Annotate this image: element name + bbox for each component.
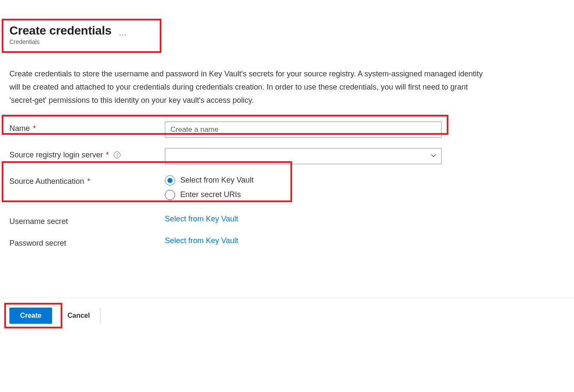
- description-text: Create credentials to store the username…: [9, 67, 488, 107]
- source-auth-label: Source Authentication *: [9, 174, 165, 186]
- credentials-form: Name * Source registry login server * i: [9, 122, 565, 248]
- password-secret-link[interactable]: Select from Key Vault: [165, 235, 238, 245]
- username-secret-row: Username secret Select from Key Vault: [9, 215, 565, 226]
- source-registry-row: Source registry login server * i: [9, 148, 565, 164]
- password-secret-row: Password secret Select from Key Vault: [9, 236, 565, 248]
- page-title: Create credentials: [9, 24, 111, 38]
- radio-checked-icon: [165, 175, 175, 186]
- name-input[interactable]: [165, 122, 442, 138]
- footer-bar: Create Cancel: [0, 298, 574, 333]
- source-auth-radio-group: Select from Key Vault Enter secret URIs: [165, 174, 442, 200]
- source-registry-input[interactable]: [165, 148, 442, 164]
- required-indicator: *: [31, 124, 36, 133]
- create-button[interactable]: Create: [9, 308, 52, 324]
- username-secret-label: Username secret: [9, 215, 165, 226]
- source-registry-label: Source registry login server * i: [9, 148, 165, 160]
- name-row: Name *: [9, 122, 565, 138]
- name-label: Name *: [9, 122, 165, 133]
- username-secret-link[interactable]: Select from Key Vault: [165, 214, 238, 223]
- info-icon[interactable]: i: [114, 151, 120, 158]
- required-indicator: *: [85, 177, 90, 186]
- radio-enter-secret-uris[interactable]: Enter secret URIs: [165, 190, 442, 200]
- password-secret-label: Password secret: [9, 236, 165, 248]
- source-auth-row: Source Authentication * Select from Key …: [9, 174, 565, 200]
- page-header: Create credentials Credentials ⋯: [9, 24, 133, 45]
- radio-select-key-vault[interactable]: Select from Key Vault: [165, 175, 442, 186]
- more-icon[interactable]: ⋯: [119, 30, 127, 39]
- cancel-button[interactable]: Cancel: [57, 308, 100, 324]
- source-registry-select[interactable]: [165, 148, 442, 164]
- radio-unchecked-icon: [165, 190, 175, 200]
- page-subtitle: Credentials: [9, 38, 111, 45]
- required-indicator: *: [104, 151, 109, 159]
